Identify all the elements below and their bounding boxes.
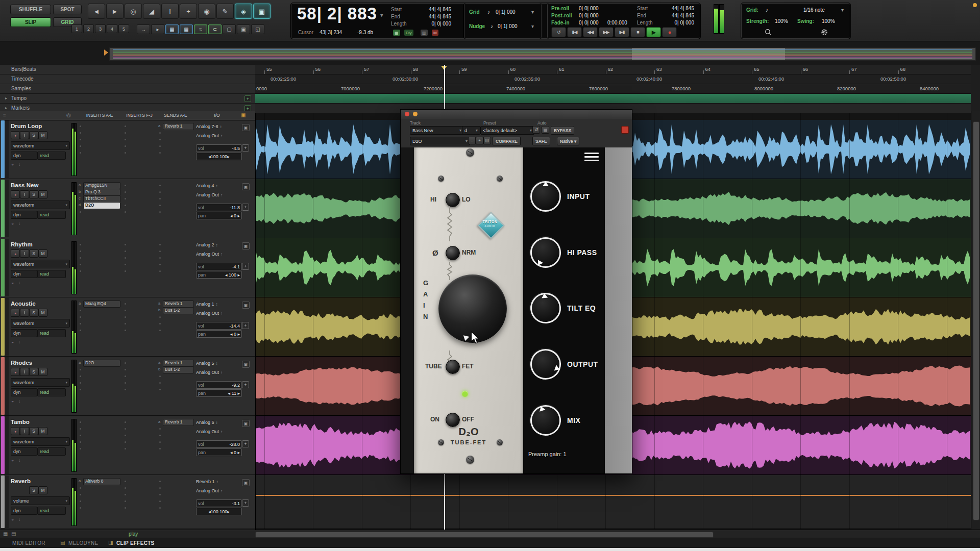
track-name[interactable]: Rhythm	[11, 241, 33, 247]
insert-slot[interactable]: Pro-Q 3	[83, 189, 120, 196]
io-output[interactable]: Analog Out↑	[196, 488, 223, 493]
mirrored-midi-button[interactable]: ▢	[223, 24, 236, 34]
send-slot[interactable]: Reverb 1	[163, 419, 194, 426]
freeze-icon[interactable]: ↓	[18, 458, 21, 463]
grid-indicator-chip[interactable]: ▦	[393, 30, 400, 36]
playlist-icon[interactable]: ◒	[11, 280, 14, 285]
solo-button[interactable]: S	[29, 486, 38, 494]
zoom-search-icon[interactable]	[765, 29, 772, 37]
freeze-icon[interactable]: ↓	[18, 221, 21, 226]
empty-slot[interactable]	[80, 139, 81, 140]
insert-slot[interactable]: TbTchCCII	[83, 195, 120, 203]
hi-pass-knob[interactable]	[529, 236, 562, 269]
empty-slot[interactable]	[159, 264, 161, 265]
tab-midi-editor[interactable]: MIDI EDITOR	[12, 540, 45, 546]
track-name[interactable]: Reverb	[11, 478, 31, 484]
empty-slot[interactable]	[80, 251, 81, 252]
empty-slot[interactable]	[125, 126, 126, 127]
empty-slot[interactable]	[159, 205, 161, 206]
track-view-selector[interactable]: volume▾	[11, 496, 70, 505]
empty-slot[interactable]	[125, 421, 126, 423]
input-monitor-button[interactable]: I	[20, 249, 29, 258]
next-preset-button[interactable]: +	[476, 137, 483, 144]
empty-slot[interactable]	[159, 323, 161, 324]
playlist-icon[interactable]: ◒	[11, 458, 14, 463]
empty-slot[interactable]	[80, 310, 81, 311]
playlist-icon[interactable]: ◒	[11, 517, 14, 522]
track-view-selector[interactable]: waveform▾	[11, 319, 70, 328]
empty-slot[interactable]	[159, 316, 161, 318]
io-input[interactable]: Analog 1↕	[196, 302, 218, 307]
track-view-selector[interactable]: waveform▾	[11, 201, 70, 209]
input-monitor-button[interactable]: I	[20, 309, 29, 317]
io-output[interactable]: Analog Out↑	[196, 192, 223, 197]
mute-button[interactable]: M	[38, 427, 47, 435]
preroll-value[interactable]: 0| 0| 000	[579, 6, 599, 11]
bypass-button[interactable]: BYPASS	[551, 126, 574, 135]
empty-slot[interactable]	[159, 211, 161, 213]
fadein-value[interactable]: 0| 0| 000	[579, 20, 599, 26]
trim-tool-button[interactable]: ◢	[143, 4, 160, 19]
empty-slot[interactable]	[159, 198, 161, 199]
freeze-icon[interactable]: ↓	[18, 339, 21, 344]
empty-slot[interactable]	[159, 185, 161, 186]
automation-mode-selector[interactable]: read	[37, 270, 66, 278]
zoom-grid-icon[interactable]: ▦	[3, 531, 8, 537]
empty-slot[interactable]	[80, 448, 81, 449]
empty-slot[interactable]	[80, 257, 81, 259]
empty-slot[interactable]	[125, 435, 126, 436]
io-input[interactable]: Analog 7-8↕	[196, 124, 222, 129]
empty-slot[interactable]	[125, 251, 126, 252]
zoom-toggle-button[interactable]: ▦	[165, 24, 179, 34]
track-header[interactable]: Rhodes●ISMwaveform▾dynread◒↓aD2OaReverb …	[0, 357, 255, 416]
record-arm-button[interactable]: ●	[11, 249, 20, 258]
insert-slot[interactable]: Altiverb 8	[83, 478, 120, 485]
automation-mode-selector[interactable]: read	[37, 507, 66, 515]
solo-button[interactable]: S	[29, 190, 38, 198]
tracklist-menu-icon[interactable]: ≡	[3, 112, 6, 118]
mini-view-button[interactable]: ▣	[242, 302, 250, 309]
automation-window-icon[interactable]: ▤	[542, 126, 549, 134]
pan-readout[interactable]: pan◂ 100 ▸	[196, 271, 242, 279]
empty-slot[interactable]	[159, 487, 161, 489]
zoom-preset-2[interactable]: 2	[83, 24, 94, 33]
insert-slot[interactable]: D2O	[83, 202, 120, 209]
track-view-selector[interactable]: waveform▾	[11, 141, 70, 150]
group-play-label[interactable]: play	[129, 531, 138, 537]
status-chip[interactable]: ▥	[421, 30, 428, 36]
automation-mode-selector[interactable]: read	[37, 211, 66, 219]
add-button[interactable]: +	[242, 381, 249, 388]
empty-slot[interactable]	[125, 507, 126, 509]
tilt-eq-knob[interactable]	[529, 292, 562, 324]
keyboard-focus-button[interactable]: ▣	[253, 4, 271, 19]
empty-slot[interactable]	[125, 139, 126, 140]
solo-button[interactable]: S	[29, 368, 38, 376]
elastic-audio-selector[interactable]: dyn	[11, 447, 37, 456]
playlist-icon[interactable]: ◒	[11, 398, 14, 404]
zoomer-tool-button[interactable]: ◎	[125, 4, 142, 19]
zoom-in-button[interactable]: ►	[106, 4, 124, 19]
empty-slot[interactable]	[80, 421, 81, 423]
track-name[interactable]: Acoustic	[11, 300, 36, 307]
timecode-ruler[interactable]: 00:02:25:0000:02:30:0000:02:35:0000:02:4…	[255, 74, 971, 84]
play-button[interactable]: ▶	[646, 27, 661, 37]
track-view-selector[interactable]: waveform▾	[11, 260, 70, 268]
io-input[interactable]: Reverb 1↕	[196, 479, 218, 484]
empty-slot[interactable]	[125, 389, 126, 390]
empty-slot[interactable]	[159, 389, 161, 390]
delay-compensation-chip[interactable]: Dly	[404, 30, 413, 36]
io-output[interactable]: Analog Out↑	[196, 133, 223, 138]
ruler-row-bars-beats[interactable]: Bars|Beats	[0, 65, 255, 74]
librarian-folder-icon[interactable]: ▤	[483, 137, 491, 144]
empty-slot[interactable]	[80, 389, 81, 390]
compare-button[interactable]: COMPARE	[493, 137, 521, 145]
empty-slot[interactable]	[125, 500, 126, 502]
playlist-icon[interactable]: ◒	[11, 162, 14, 167]
mute-button[interactable]: M	[38, 190, 47, 198]
elastic-audio-selector[interactable]: dyn	[11, 388, 37, 396]
empty-slot[interactable]	[80, 494, 81, 495]
automation-mode-selector[interactable]: read	[37, 329, 66, 337]
pan-readout[interactable]: pan◂ 0 ▸	[196, 330, 242, 338]
track-name[interactable]: Rhodes	[11, 360, 32, 366]
send-slot[interactable]: Bus 1-2	[163, 307, 194, 314]
